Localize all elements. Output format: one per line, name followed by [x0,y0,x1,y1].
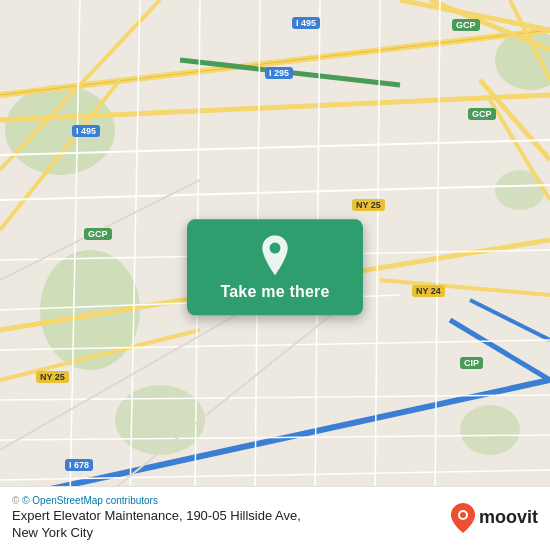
cta-card[interactable]: Take me there [187,219,363,315]
label-i495-top: I 495 [292,12,320,30]
svg-line-22 [470,300,550,340]
svg-line-37 [435,0,440,500]
moovit-brand-text: moovit [479,507,538,528]
location-pin-icon [255,235,295,275]
svg-line-31 [70,0,80,500]
svg-line-24 [0,185,550,200]
label-i495-left: I 495 [72,120,100,138]
svg-line-19 [380,280,550,295]
bottom-bar-left: © © OpenStreetMap contributors Expert El… [12,495,301,540]
label-ny25-right: NY 25 [352,194,385,212]
label-i295: I 295 [265,62,293,80]
label-gcp-bl: GCP [84,223,112,241]
svg-line-21 [450,320,550,380]
map-container: I 495 I 495 I 295 GCP GCP GCP NY 25 NY 2… [0,0,550,550]
svg-point-4 [460,405,520,455]
location-line1: Expert Elevator Maintenance, 190-05 Hill… [12,508,301,523]
bottom-bar: © © OpenStreetMap contributors Expert El… [0,486,550,550]
moovit-logo: moovit [451,503,538,533]
osm-link[interactable]: © OpenStreetMap contributors [22,495,158,506]
cta-button-label: Take me there [220,283,329,301]
label-gcp-right: GCP [468,103,496,121]
label-cip: CIP [460,352,483,370]
bottom-bar-content: © © OpenStreetMap contributors Expert El… [12,495,538,540]
svg-point-41 [270,243,281,254]
svg-point-43 [460,512,466,518]
location-line2: New York City [12,525,301,540]
label-ny24: NY 24 [412,280,445,298]
svg-line-36 [375,0,380,500]
moovit-pin-icon [451,503,475,533]
label-gcp-top: GCP [452,14,480,32]
label-i678: I 678 [65,454,93,472]
label-ny25-left: NY 25 [36,366,69,384]
svg-point-5 [115,385,205,455]
attribution: © © OpenStreetMap contributors [12,495,301,506]
